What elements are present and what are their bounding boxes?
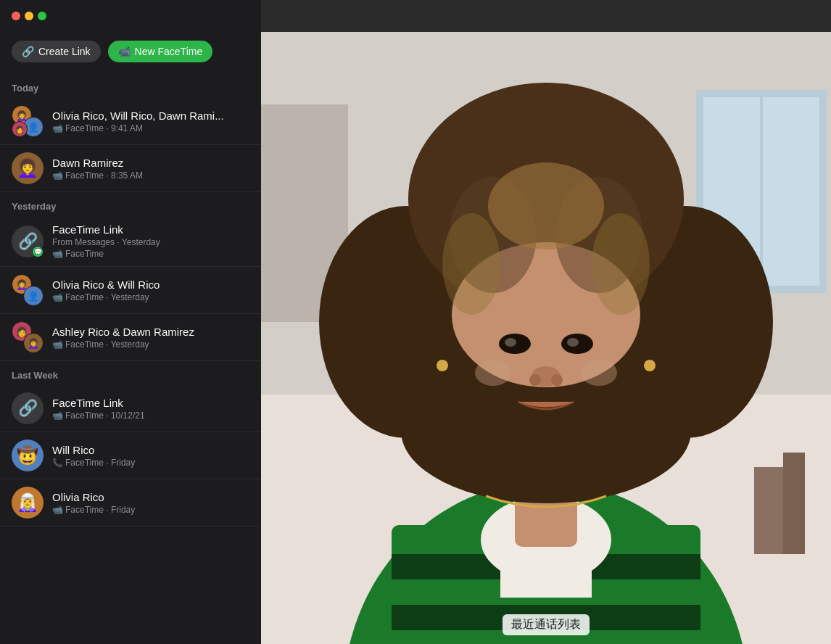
call-item-yesterday-2[interactable]: 👩‍🦱 👤 Olivia Rico & Will Rico 📹 FaceTime… xyxy=(0,267,261,314)
svg-point-28 xyxy=(475,360,511,386)
call-name: Olivia Rico, Will Rico, Dawn Rami... xyxy=(52,110,249,122)
caption-area: 最近通话列表 xyxy=(261,606,831,644)
facetime-video xyxy=(261,32,831,644)
close-button[interactable] xyxy=(12,12,20,20)
maximize-button[interactable] xyxy=(38,12,46,20)
call-info: FaceTime Link From Messages · Yesterday … xyxy=(52,223,249,259)
minimize-button[interactable] xyxy=(25,12,33,20)
avatar-will-rico: 🤠 xyxy=(12,439,44,471)
section-today: Today xyxy=(0,74,261,98)
video-icon: 📹 xyxy=(52,123,63,133)
avatar-container: 🔗 xyxy=(12,392,44,424)
avatar-group: 👩‍🦱 👤 👩 xyxy=(12,105,44,137)
section-yesterday: Yesterday xyxy=(0,192,261,216)
svg-point-35 xyxy=(442,213,500,315)
svg-point-29 xyxy=(581,360,617,386)
phone-icon: 📞 xyxy=(52,458,63,468)
avatar-group: 👩‍🦱 👤 xyxy=(12,274,44,306)
svg-point-24 xyxy=(567,338,579,347)
svg-point-31 xyxy=(644,360,656,371)
call-name: FaceTime Link xyxy=(52,223,249,236)
sidebar-header: 🔗 Create Link 📹 New FaceTime xyxy=(0,32,261,74)
avatar-container: 🤠 xyxy=(12,439,44,471)
call-info: Olivia Rico 📹 FaceTime · Friday xyxy=(52,491,249,515)
svg-point-34 xyxy=(488,162,604,249)
call-item-yesterday-1[interactable]: 🔗 💬 FaceTime Link From Messages · Yester… xyxy=(0,216,261,267)
svg-rect-37 xyxy=(754,467,783,554)
call-name: FaceTime Link xyxy=(52,397,249,409)
caption-text: 最近通话列表 xyxy=(503,614,590,635)
avatar-will: 👤 xyxy=(23,286,44,306)
video-camera-icon: 📹 xyxy=(118,46,131,57)
svg-point-27 xyxy=(551,374,563,386)
call-info: Dawn Ramirez 📹 FaceTime · 8:35 AM xyxy=(52,157,249,181)
video-icon: 📹 xyxy=(52,170,63,181)
svg-rect-38 xyxy=(783,453,805,554)
svg-point-23 xyxy=(505,338,516,347)
call-item-yesterday-3[interactable]: 👩 👩‍🦱 Ashley Rico & Dawn Ramirez 📹 FaceT… xyxy=(0,314,261,361)
video-icon: 📹 xyxy=(52,249,63,259)
call-detail: 📹 FaceTime · Yesterday xyxy=(52,339,249,350)
title-bar xyxy=(0,0,261,32)
svg-rect-5 xyxy=(763,97,819,286)
avatar-container: 👩‍🦱 xyxy=(12,152,44,184)
new-facetime-label: New FaceTime xyxy=(135,46,203,57)
call-item-today-1[interactable]: 👩‍🦱 👤 👩 Olivia Rico, Will Rico, Dawn Ram… xyxy=(0,98,261,145)
call-detail: 📹 FaceTime · Friday xyxy=(52,505,249,515)
video-icon: 📹 xyxy=(52,292,63,302)
call-info: Olivia Rico & Will Rico 📹 FaceTime · Yes… xyxy=(52,278,249,302)
new-facetime-button[interactable]: 📹 New FaceTime xyxy=(108,41,213,62)
call-info: Ashley Rico & Dawn Ramirez 📹 FaceTime · … xyxy=(52,326,249,350)
call-detail: 📹 FaceTime · 8:35 AM xyxy=(52,170,249,181)
section-last-week: Last Week xyxy=(0,361,261,385)
video-icon: 📹 xyxy=(52,410,63,421)
call-detail: 📹 FaceTime · Yesterday xyxy=(52,292,249,302)
call-item-lastweek-3[interactable]: 🧝‍♀️ Olivia Rico 📹 FaceTime · Friday xyxy=(0,479,261,527)
call-detail: 📹 FaceTime · 10/12/21 xyxy=(52,410,249,421)
traffic-lights xyxy=(12,12,46,20)
avatar-container: 🧝‍♀️ xyxy=(12,487,44,519)
video-icon: 📹 xyxy=(52,505,63,515)
call-info: Will Rico 📞 FaceTime · Friday xyxy=(52,444,249,468)
call-list: Today 👩‍🦱 👤 👩 Olivia Rico, Will Rico, Da… xyxy=(0,74,261,644)
svg-point-26 xyxy=(529,374,541,386)
avatar-olivia-rico: 🧝‍♀️ xyxy=(12,487,44,519)
link-icon: 🔗 xyxy=(22,46,34,57)
avatar-group: 👩 👩‍🦱 xyxy=(12,321,44,353)
main-content: 最近通话列表 xyxy=(261,32,831,644)
call-name: Dawn Ramirez xyxy=(52,157,249,169)
call-name: Will Rico xyxy=(52,444,249,456)
call-info: FaceTime Link 📹 FaceTime · 10/12/21 xyxy=(52,397,249,421)
avatar-dawn: 👩 xyxy=(12,121,28,137)
messages-badge: 💬 xyxy=(32,246,44,257)
video-icon: 📹 xyxy=(52,339,63,350)
call-name: Olivia Rico xyxy=(52,491,249,503)
sidebar: 🔗 Create Link 📹 New FaceTime Today 👩‍🦱 👤 xyxy=(0,32,261,644)
avatar-link2: 🔗 xyxy=(12,392,44,424)
call-sub-detail: From Messages · Yesterday xyxy=(52,237,249,247)
call-name: Ashley Rico & Dawn Ramirez xyxy=(52,326,249,338)
call-item-lastweek-1[interactable]: 🔗 FaceTime Link 📹 FaceTime · 10/12/21 xyxy=(0,385,261,432)
call-item-today-2[interactable]: 👩‍🦱 Dawn Ramirez 📹 FaceTime · 8:35 AM xyxy=(0,145,261,192)
call-detail: 📹 FaceTime · 9:41 AM xyxy=(52,123,249,133)
svg-point-30 xyxy=(437,360,448,371)
avatar-dawn-ramirez: 👩‍🦱 xyxy=(12,152,44,184)
create-link-label: Create Link xyxy=(38,46,91,57)
avatar-container: 🔗 💬 xyxy=(12,226,44,257)
call-info: Olivia Rico, Will Rico, Dawn Rami... 📹 F… xyxy=(52,110,249,133)
call-name: Olivia Rico & Will Rico xyxy=(52,278,249,291)
call-detail: 📞 FaceTime · Friday xyxy=(52,458,249,468)
call-detail: 📹 FaceTime xyxy=(52,249,249,259)
avatar-dawn2: 👩‍🦱 xyxy=(23,333,44,353)
svg-point-36 xyxy=(592,213,650,315)
call-item-lastweek-2[interactable]: 🤠 Will Rico 📞 FaceTime · Friday xyxy=(0,432,261,479)
create-link-button[interactable]: 🔗 Create Link xyxy=(12,41,101,62)
